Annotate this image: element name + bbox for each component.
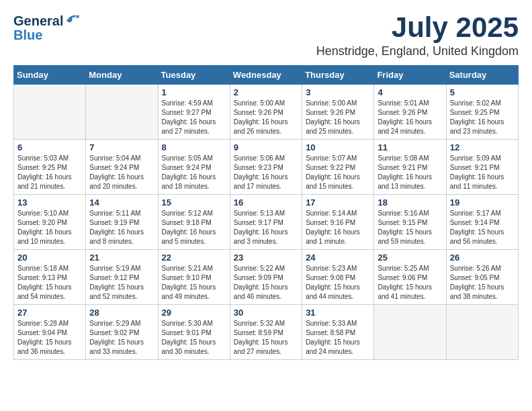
calendar-cell: 19Sunrise: 5:17 AM Sunset: 9:14 PM Dayli…	[446, 195, 518, 250]
calendar-cell	[14, 85, 86, 140]
logo-blue-text: Blue	[13, 28, 80, 43]
week-row-1: 1Sunrise: 4:59 AM Sunset: 9:27 PM Daylig…	[14, 85, 519, 140]
day-number: 17	[306, 197, 370, 208]
weekday-header-wednesday: Wednesday	[230, 66, 302, 85]
day-info: Sunrise: 5:28 AM Sunset: 9:04 PM Dayligh…	[17, 319, 82, 357]
weekday-header-sunday: Sunday	[14, 66, 86, 85]
day-info: Sunrise: 5:09 AM Sunset: 9:21 PM Dayligh…	[450, 154, 515, 191]
day-info: Sunrise: 5:08 AM Sunset: 9:21 PM Dayligh…	[378, 154, 442, 191]
day-number: 6	[17, 142, 82, 152]
day-number: 30	[234, 308, 298, 318]
day-number: 13	[17, 197, 82, 208]
calendar-cell	[446, 305, 518, 360]
day-number: 25	[378, 253, 442, 263]
calendar-cell: 15Sunrise: 5:12 AM Sunset: 9:18 PM Dayli…	[158, 195, 230, 250]
day-info: Sunrise: 5:33 AM Sunset: 8:58 PM Dayligh…	[306, 319, 370, 357]
day-info: Sunrise: 5:32 AM Sunset: 8:59 PM Dayligh…	[234, 319, 298, 357]
day-number: 26	[450, 253, 515, 263]
calendar-cell: 16Sunrise: 5:13 AM Sunset: 9:17 PM Dayli…	[230, 195, 302, 250]
day-info: Sunrise: 5:10 AM Sunset: 9:20 PM Dayligh…	[17, 209, 82, 246]
logo-general-text: General	[13, 13, 63, 29]
day-number: 29	[162, 308, 226, 318]
day-info: Sunrise: 5:00 AM Sunset: 9:26 PM Dayligh…	[234, 99, 298, 136]
calendar-cell: 28Sunrise: 5:29 AM Sunset: 9:02 PM Dayli…	[86, 305, 158, 360]
day-number: 8	[162, 142, 226, 152]
calendar-cell: 17Sunrise: 5:14 AM Sunset: 9:16 PM Dayli…	[302, 195, 374, 250]
page-header: General Blue July 2025 Henstridge, Engla…	[13, 13, 519, 58]
day-info: Sunrise: 5:12 AM Sunset: 9:18 PM Dayligh…	[162, 209, 226, 246]
day-number: 28	[89, 308, 154, 318]
day-info: Sunrise: 5:25 AM Sunset: 9:06 PM Dayligh…	[378, 264, 442, 302]
day-number: 15	[162, 197, 226, 208]
calendar-cell: 6Sunrise: 5:03 AM Sunset: 9:25 PM Daylig…	[14, 140, 86, 195]
day-number: 19	[450, 197, 515, 208]
calendar-cell: 18Sunrise: 5:16 AM Sunset: 9:15 PM Dayli…	[374, 195, 446, 250]
calendar-cell: 9Sunrise: 5:06 AM Sunset: 9:23 PM Daylig…	[230, 140, 302, 195]
day-number: 10	[306, 142, 370, 152]
day-info: Sunrise: 5:22 AM Sunset: 9:09 PM Dayligh…	[234, 264, 298, 302]
calendar-cell: 22Sunrise: 5:21 AM Sunset: 9:10 PM Dayli…	[158, 250, 230, 305]
day-number: 20	[17, 253, 82, 263]
calendar-cell: 20Sunrise: 5:18 AM Sunset: 9:13 PM Dayli…	[14, 250, 86, 305]
calendar-cell	[86, 85, 158, 140]
day-info: Sunrise: 5:02 AM Sunset: 9:25 PM Dayligh…	[450, 99, 515, 136]
logo-bird-icon	[65, 13, 80, 26]
day-info: Sunrise: 5:07 AM Sunset: 9:22 PM Dayligh…	[306, 154, 370, 191]
weekday-header-friday: Friday	[374, 66, 446, 85]
calendar-cell: 31Sunrise: 5:33 AM Sunset: 8:58 PM Dayli…	[302, 305, 374, 360]
day-number: 9	[234, 142, 298, 152]
day-number: 27	[17, 308, 82, 318]
day-number: 18	[378, 197, 442, 208]
day-info: Sunrise: 4:59 AM Sunset: 9:27 PM Dayligh…	[162, 99, 226, 136]
calendar-cell: 24Sunrise: 5:23 AM Sunset: 9:08 PM Dayli…	[302, 250, 374, 305]
week-row-3: 13Sunrise: 5:10 AM Sunset: 9:20 PM Dayli…	[14, 195, 519, 250]
weekday-header-tuesday: Tuesday	[158, 66, 230, 85]
day-info: Sunrise: 5:06 AM Sunset: 9:23 PM Dayligh…	[234, 154, 298, 191]
day-number: 7	[89, 142, 154, 152]
calendar-cell: 8Sunrise: 5:05 AM Sunset: 9:24 PM Daylig…	[158, 140, 230, 195]
day-info: Sunrise: 5:26 AM Sunset: 9:05 PM Dayligh…	[450, 264, 515, 302]
calendar-cell: 10Sunrise: 5:07 AM Sunset: 9:22 PM Dayli…	[302, 140, 374, 195]
day-number: 1	[162, 87, 226, 97]
week-row-2: 6Sunrise: 5:03 AM Sunset: 9:25 PM Daylig…	[14, 140, 519, 195]
calendar-cell: 12Sunrise: 5:09 AM Sunset: 9:21 PM Dayli…	[446, 140, 518, 195]
calendar-cell	[374, 305, 446, 360]
day-info: Sunrise: 5:03 AM Sunset: 9:25 PM Dayligh…	[17, 154, 82, 191]
calendar-cell: 5Sunrise: 5:02 AM Sunset: 9:25 PM Daylig…	[446, 85, 518, 140]
week-row-4: 20Sunrise: 5:18 AM Sunset: 9:13 PM Dayli…	[14, 250, 519, 305]
day-number: 12	[450, 142, 515, 152]
calendar-cell: 30Sunrise: 5:32 AM Sunset: 8:59 PM Dayli…	[230, 305, 302, 360]
day-info: Sunrise: 5:14 AM Sunset: 9:16 PM Dayligh…	[306, 209, 370, 246]
logo: General Blue	[13, 13, 80, 43]
calendar-cell: 26Sunrise: 5:26 AM Sunset: 9:05 PM Dayli…	[446, 250, 518, 305]
day-number: 4	[378, 87, 442, 97]
location: Henstridge, England, United Kingdom	[316, 44, 519, 58]
day-number: 2	[234, 87, 298, 97]
weekday-header-thursday: Thursday	[302, 66, 374, 85]
day-info: Sunrise: 5:16 AM Sunset: 9:15 PM Dayligh…	[378, 209, 442, 246]
calendar-cell: 11Sunrise: 5:08 AM Sunset: 9:21 PM Dayli…	[374, 140, 446, 195]
month-year: July 2025	[316, 13, 519, 42]
weekday-header-monday: Monday	[86, 66, 158, 85]
day-info: Sunrise: 5:21 AM Sunset: 9:10 PM Dayligh…	[162, 264, 226, 302]
day-info: Sunrise: 5:05 AM Sunset: 9:24 PM Dayligh…	[162, 154, 226, 191]
calendar-cell: 2Sunrise: 5:00 AM Sunset: 9:26 PM Daylig…	[230, 85, 302, 140]
calendar-cell: 3Sunrise: 5:00 AM Sunset: 9:26 PM Daylig…	[302, 85, 374, 140]
day-info: Sunrise: 5:00 AM Sunset: 9:26 PM Dayligh…	[306, 99, 370, 136]
day-number: 3	[306, 87, 370, 97]
calendar-cell: 7Sunrise: 5:04 AM Sunset: 9:24 PM Daylig…	[86, 140, 158, 195]
day-info: Sunrise: 5:29 AM Sunset: 9:02 PM Dayligh…	[89, 319, 154, 357]
day-number: 21	[89, 253, 154, 263]
title-section: July 2025 Henstridge, England, United Ki…	[316, 13, 519, 58]
day-info: Sunrise: 5:13 AM Sunset: 9:17 PM Dayligh…	[234, 209, 298, 246]
calendar-cell: 21Sunrise: 5:19 AM Sunset: 9:12 PM Dayli…	[86, 250, 158, 305]
calendar-cell: 1Sunrise: 4:59 AM Sunset: 9:27 PM Daylig…	[158, 85, 230, 140]
calendar-cell: 25Sunrise: 5:25 AM Sunset: 9:06 PM Dayli…	[374, 250, 446, 305]
day-info: Sunrise: 5:01 AM Sunset: 9:26 PM Dayligh…	[378, 99, 442, 136]
day-number: 5	[450, 87, 515, 97]
day-number: 11	[378, 142, 442, 152]
weekday-header-saturday: Saturday	[446, 66, 518, 85]
day-number: 31	[306, 308, 370, 318]
day-info: Sunrise: 5:04 AM Sunset: 9:24 PM Dayligh…	[89, 154, 154, 191]
calendar-cell: 23Sunrise: 5:22 AM Sunset: 9:09 PM Dayli…	[230, 250, 302, 305]
